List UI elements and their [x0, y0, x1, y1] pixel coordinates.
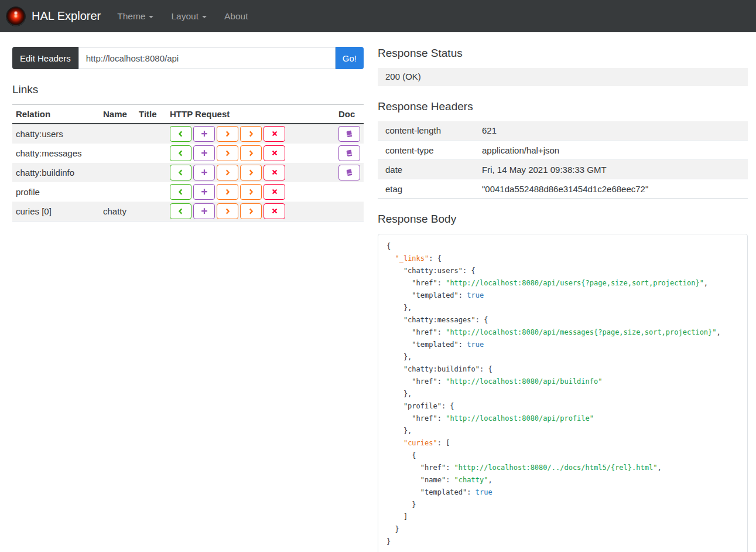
code-token: "templated": [386, 340, 467, 349]
http-delete-button[interactable] [264, 203, 285, 219]
link-row: chatty:users [12, 124, 364, 144]
chevron-down-icon [149, 16, 153, 18]
chevron-right-icon [248, 169, 254, 176]
http-patch-button[interactable] [240, 126, 262, 142]
code-token: "templated": [386, 291, 467, 299]
code-line: } [386, 499, 743, 511]
nav-item-about[interactable]: About [224, 11, 248, 22]
http-post-button[interactable] [193, 184, 215, 200]
link-title-cell [135, 163, 166, 182]
url-input[interactable] [78, 47, 336, 69]
http-post-button[interactable] [193, 126, 215, 142]
chevron-right-icon [248, 150, 254, 156]
code-token: "href": [386, 414, 446, 422]
code-token: true [467, 340, 484, 349]
response-header-row: etag"0041da552488d86e31454d1c2e68eec72" [378, 179, 748, 199]
http-delete-button[interactable] [264, 145, 285, 161]
doc-button[interactable] [338, 126, 360, 142]
code-token: : { [429, 254, 442, 263]
brand-title[interactable]: HAL Explorer [32, 9, 101, 23]
link-title-cell [135, 202, 166, 222]
code-line: } [386, 536, 743, 548]
http-put-button[interactable] [217, 126, 238, 142]
code-token: }, [386, 304, 412, 312]
response-headers-table: content-length621content-typeapplication… [378, 121, 748, 199]
chevron-right-icon [224, 131, 231, 137]
http-request-button-group [170, 145, 330, 161]
code-token [386, 254, 395, 263]
http-request-buttons-cell [166, 202, 335, 222]
code-token: true [476, 488, 492, 496]
http-patch-button[interactable] [240, 203, 262, 219]
chevron-down-icon [202, 16, 207, 18]
http-request-buttons-cell [166, 163, 335, 182]
http-patch-button[interactable] [240, 145, 262, 161]
chevron-right-icon [224, 150, 231, 156]
book-icon [345, 149, 353, 157]
nav-item-about-label: About [224, 11, 248, 21]
nav-item-theme[interactable]: Theme [117, 11, 153, 22]
response-header-row: content-typeapplication/hal+json [378, 141, 748, 160]
http-put-button[interactable] [217, 145, 238, 161]
doc-cell [335, 124, 364, 144]
http-delete-button[interactable] [264, 126, 285, 142]
http-delete-button[interactable] [264, 184, 285, 200]
code-line: "templated": true [386, 486, 743, 499]
code-line: "curies": [ [386, 437, 743, 449]
http-put-button[interactable] [217, 165, 238, 180]
http-get-button[interactable] [170, 203, 191, 219]
http-get-button[interactable] [170, 145, 191, 161]
doc-cell [335, 202, 364, 222]
code-token: , [704, 279, 708, 287]
http-get-button[interactable] [170, 165, 191, 180]
chevron-right-icon [248, 208, 254, 214]
plus-icon [201, 188, 208, 195]
x-icon [272, 131, 278, 137]
doc-button[interactable] [338, 145, 360, 161]
http-delete-button[interactable] [264, 165, 285, 180]
go-button[interactable]: Go! [336, 47, 364, 69]
response-header-value: Fri, 14 May 2021 09:38:33 GMT [474, 160, 748, 179]
http-put-button[interactable] [217, 203, 238, 219]
doc-cell [335, 163, 364, 182]
http-post-button[interactable] [193, 165, 215, 180]
chevron-left-icon [177, 150, 184, 156]
http-get-button[interactable] [170, 126, 191, 142]
code-token: "chatty:messages": { [386, 316, 488, 324]
chevron-right-icon [224, 169, 231, 176]
http-post-button[interactable] [193, 145, 215, 161]
links-table: Relation Name Title HTTP Request Doc cha… [12, 104, 364, 222]
http-patch-button[interactable] [240, 184, 262, 200]
response-headers-body: content-length621content-typeapplication… [378, 121, 748, 199]
code-token: ] [386, 513, 408, 521]
link-row: profile [12, 182, 364, 202]
doc-button[interactable] [338, 165, 360, 180]
book-icon [345, 130, 353, 138]
http-post-button[interactable] [193, 203, 215, 219]
main-content: Edit Headers Go! Links Relation Name Tit… [0, 32, 756, 552]
code-line: "profile": { [386, 400, 743, 413]
chevron-left-icon [177, 189, 184, 195]
http-patch-button[interactable] [240, 165, 262, 180]
code-token: , [657, 464, 661, 472]
nav-item-layout[interactable]: Layout [171, 11, 207, 22]
http-get-button[interactable] [170, 184, 191, 200]
response-status-value: 200 (OK) [378, 68, 748, 86]
code-token: { [386, 451, 416, 459]
code-token: true [467, 291, 484, 299]
column-header-relation: Relation [12, 104, 100, 124]
response-header-name: date [378, 160, 474, 179]
link-name-cell [100, 124, 135, 144]
doc-cell [335, 182, 364, 202]
code-line: "name": "chatty", [386, 474, 743, 486]
code-token: "chatty" [454, 476, 488, 484]
http-put-button[interactable] [217, 184, 238, 200]
code-token: { [386, 242, 391, 250]
chevron-right-icon [248, 131, 254, 137]
code-line: }, [386, 351, 743, 363]
plus-icon [201, 207, 208, 214]
code-token: }, [386, 390, 412, 398]
code-token: "name": [386, 476, 454, 484]
edit-headers-button[interactable]: Edit Headers [12, 47, 78, 69]
link-name-cell: chatty [100, 202, 135, 222]
